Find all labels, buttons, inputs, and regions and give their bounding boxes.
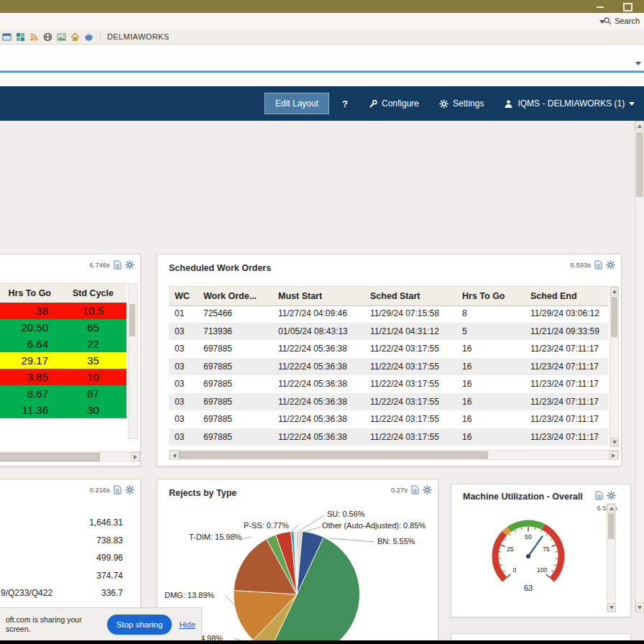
std-cycle-value: 30 (60, 404, 126, 416)
gear-icon[interactable] (606, 260, 615, 270)
restore-icon[interactable] (623, 3, 632, 12)
scrollbar-thumb[interactable] (179, 451, 488, 459)
app-window-icon[interactable] (2, 32, 12, 42)
rss-icon[interactable] (29, 32, 39, 42)
search-control[interactable]: Search (603, 17, 640, 25)
gear-icon[interactable] (125, 260, 134, 270)
stop-sharing-button[interactable]: Stop sharing (107, 615, 172, 635)
hrs-to-go-value: .38 (0, 305, 60, 317)
table-cell: 11/22/24 03:17:55 (364, 344, 456, 354)
table-cell: 697885 (198, 362, 272, 372)
column-std-cycle[interactable]: Std Cycle (60, 288, 126, 298)
scrollbar-thumb[interactable] (608, 513, 615, 539)
scroll-right-button[interactable] (609, 451, 618, 460)
table-row[interactable]: 0369788511/22/24 05:36:3811/22/24 03:17:… (169, 358, 608, 376)
scrollbar-thumb[interactable] (129, 304, 135, 336)
status-row[interactable]: 11.3630 (0, 402, 126, 418)
minimize-icon[interactable] (597, 6, 604, 8)
list-item[interactable]: 738.83 (0, 532, 123, 550)
vertical-scrollbar[interactable] (607, 503, 616, 612)
table-row[interactable]: 0369788511/22/24 05:36:3811/22/24 03:17:… (169, 340, 608, 358)
hide-link[interactable]: Hide (179, 620, 196, 629)
report-icon[interactable] (114, 260, 121, 270)
gauge-tick-label: 50 (525, 533, 532, 540)
wrench-icon (368, 99, 377, 109)
grid-icon[interactable] (16, 32, 25, 42)
screen-sharing-bar: oft.com is sharing your screen. Stop sha… (0, 607, 202, 640)
table-row[interactable]: 0369788511/22/24 05:36:3811/22/24 03:17:… (169, 410, 608, 428)
person-icon (504, 99, 513, 109)
edit-layout-button[interactable]: Edit Layout (264, 93, 329, 114)
chevron-down-icon[interactable] (635, 62, 641, 65)
scroll-down-button[interactable] (610, 438, 618, 446)
list-item[interactable]: 1,646.31 (0, 514, 123, 532)
hrs-to-go-value: 6.64 (0, 338, 60, 350)
table-row[interactable]: 0369788511/22/24 05:36:3811/22/24 03:17:… (169, 375, 608, 393)
column-header[interactable]: Hrs To Go (456, 291, 525, 301)
status-row[interactable]: .3810.5 (0, 303, 126, 319)
home-icon[interactable] (70, 32, 80, 42)
table-cell: 725466 (198, 308, 272, 318)
table-cell: 11/22/24 05:36:38 (272, 344, 364, 354)
status-row[interactable]: 6.6422 (0, 336, 126, 352)
table-row[interactable]: 0369788511/22/24 05:36:3811/22/24 03:17:… (169, 393, 608, 411)
scroll-up-button[interactable] (635, 121, 644, 131)
scroll-left-button[interactable] (170, 451, 179, 460)
horizontal-scrollbar[interactable] (169, 450, 619, 460)
status-row[interactable]: 20.5065 (0, 319, 126, 336)
column-header[interactable]: WC (169, 291, 198, 301)
table-row[interactable]: 0369788511/22/24 05:36:3811/22/24 03:17:… (169, 428, 608, 446)
gear-icon[interactable] (423, 485, 432, 494)
gauge-tick-label: 75 (543, 546, 550, 553)
scroll-down-button[interactable] (635, 602, 644, 612)
column-header[interactable]: Must Start (272, 291, 364, 301)
scrollbar-thumb[interactable] (0, 453, 100, 461)
page-vertical-scrollbar[interactable] (635, 121, 644, 612)
item-value: 499.96 (96, 553, 123, 563)
table-row[interactable]: 0172546611/27/24 04:09:4611/29/24 07:15:… (169, 305, 608, 323)
table-cell: 11/23/24 07:11:17 (525, 379, 608, 389)
help-button[interactable]: ? (342, 98, 348, 109)
report-icon[interactable] (595, 491, 603, 500)
globe-icon[interactable] (43, 32, 52, 42)
scroll-down-button[interactable] (607, 603, 615, 612)
vertical-scrollbar[interactable] (128, 283, 138, 439)
column-hrs-to-go[interactable]: Hrs To Go (0, 288, 60, 298)
scroll-up-button[interactable] (610, 287, 618, 295)
configure-button[interactable]: Configure (368, 98, 419, 109)
report-icon[interactable] (594, 260, 602, 270)
status-row[interactable]: 8.6787 (0, 385, 126, 402)
table-cell: 03 (169, 397, 198, 407)
horizontal-scrollbar[interactable] (0, 451, 140, 462)
hrs-to-go-value: 11.36 (0, 404, 60, 416)
scroll-right-button[interactable] (131, 452, 140, 461)
scrollbar-thumb[interactable] (611, 297, 617, 337)
accent-divider (0, 70, 644, 73)
settings-button[interactable]: Settings (439, 98, 484, 109)
list-item[interactable]: 9/Q233/Q422336.7 (0, 584, 123, 602)
user-menu[interactable]: IQMS - DELMIAWORKS (1) (504, 98, 635, 109)
gauge-zone (510, 523, 543, 529)
photo-icon[interactable] (57, 32, 66, 42)
list-item[interactable]: 374.74 (0, 567, 123, 585)
status-row[interactable]: 3.8510 (0, 369, 126, 385)
table-row[interactable]: 0371393601/05/24 08:43:1311/21/24 04:31:… (169, 323, 608, 341)
gear-icon[interactable] (607, 491, 616, 500)
utilization-gauge-overall: 025507510063 (467, 510, 589, 611)
list-item[interactable]: 499.96 (0, 549, 123, 567)
gear-icon[interactable] (125, 485, 134, 494)
report-icon[interactable] (411, 485, 419, 494)
column-header[interactable]: Sched Start (364, 291, 456, 301)
status-row[interactable]: 29.1735 (0, 352, 126, 369)
column-header[interactable]: Work Orde... (198, 291, 272, 301)
browser-icon[interactable] (84, 32, 93, 42)
table-cell: 03 (169, 344, 198, 354)
browser-toolbar: Search (0, 13, 644, 30)
table-cell: 11/22/24 05:36:38 (272, 362, 364, 372)
column-header[interactable]: Sched End (525, 291, 608, 301)
report-icon[interactable] (114, 485, 121, 494)
scroll-up-button[interactable] (607, 504, 615, 512)
vertical-scrollbar[interactable] (610, 286, 619, 447)
scrollbar-thumb[interactable] (636, 132, 643, 197)
table-cell: 697885 (198, 397, 272, 407)
